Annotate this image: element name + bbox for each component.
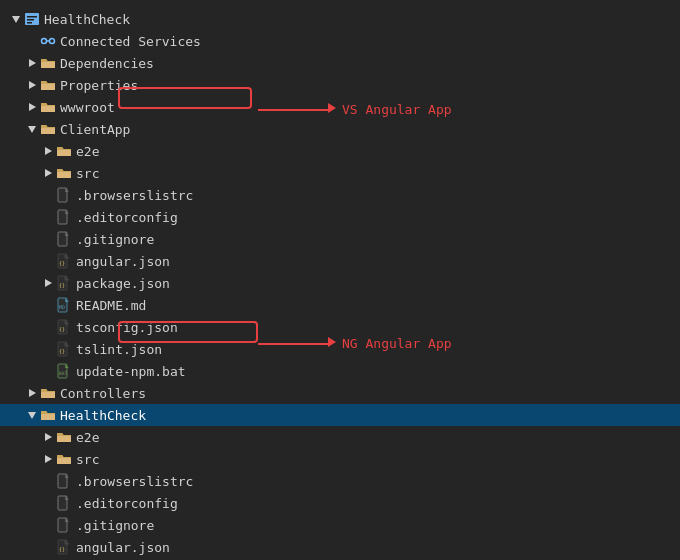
tree-item-14[interactable]: MDREADME.md — [0, 294, 680, 316]
folder-icon — [56, 451, 72, 467]
expand-icon[interactable] — [40, 209, 56, 225]
expand-icon[interactable] — [24, 121, 40, 137]
tree-item-4[interactable]: Properties — [0, 74, 680, 96]
svg-point-5 — [50, 39, 55, 44]
tree-item-9[interactable]: .browserslistrc — [0, 184, 680, 206]
dotfile-icon — [56, 209, 72, 225]
item-label: wwwroot — [60, 100, 672, 115]
item-label: .editorconfig — [76, 210, 672, 225]
folder-icon — [40, 407, 56, 423]
svg-point-4 — [42, 39, 47, 44]
expand-icon[interactable] — [40, 363, 56, 379]
item-label: src — [76, 452, 672, 467]
expand-icon[interactable] — [40, 187, 56, 203]
item-label: .gitignore — [76, 232, 672, 247]
expand-icon[interactable] — [40, 473, 56, 489]
tree-item-17[interactable]: BATupdate-npm.bat — [0, 360, 680, 382]
tree-item-21[interactable]: src — [0, 448, 680, 470]
tree-item-16[interactable]: {}tslint.json — [0, 338, 680, 360]
tree-item-18[interactable]: Controllers — [0, 382, 680, 404]
item-label: .gitignore — [76, 518, 672, 533]
tree-item-1[interactable]: HealthCheck — [0, 8, 680, 30]
expand-icon[interactable] — [24, 77, 40, 93]
tree-item-2[interactable]: Connected Services — [0, 30, 680, 52]
expand-icon[interactable] — [24, 385, 40, 401]
tree-item-3[interactable]: Dependencies — [0, 52, 680, 74]
tree-item-10[interactable]: .editorconfig — [0, 206, 680, 228]
expand-icon[interactable] — [40, 253, 56, 269]
expand-icon[interactable] — [40, 451, 56, 467]
svg-text:MD: MD — [59, 304, 65, 310]
item-label: package.json — [76, 276, 672, 291]
item-label: .editorconfig — [76, 496, 672, 511]
tree-item-15[interactable]: {}tsconfig.json — [0, 316, 680, 338]
folder-icon — [56, 143, 72, 159]
dotfile-icon — [56, 187, 72, 203]
svg-rect-3 — [27, 22, 32, 24]
expand-icon[interactable] — [40, 429, 56, 445]
svg-text:{}: {} — [59, 282, 65, 288]
dotfile-icon — [56, 473, 72, 489]
connected-icon — [40, 33, 56, 49]
tree-item-19[interactable]: HealthCheck — [0, 404, 680, 426]
tree-container: HealthCheckConnected ServicesDependencie… — [0, 0, 680, 560]
expand-icon[interactable] — [24, 407, 40, 423]
item-label: ClientApp — [60, 122, 672, 137]
tree-item-12[interactable]: {}angular.json — [0, 250, 680, 272]
expand-icon[interactable] — [24, 55, 40, 71]
svg-text:{}: {} — [59, 326, 65, 332]
item-label: README.md — [76, 298, 672, 313]
expand-icon[interactable] — [40, 341, 56, 357]
expand-icon[interactable] — [40, 275, 56, 291]
item-label: tslint.json — [76, 342, 672, 357]
md-icon: MD — [56, 297, 72, 313]
tree-item-7[interactable]: e2e — [0, 140, 680, 162]
expand-icon[interactable] — [40, 539, 56, 555]
tree-item-24[interactable]: .gitignore — [0, 514, 680, 536]
tree-item-6[interactable]: ClientApp — [0, 118, 680, 140]
item-label: .browserslistrc — [76, 188, 672, 203]
item-label: angular.json — [76, 254, 672, 269]
expand-icon[interactable] — [24, 33, 40, 49]
dotfile-icon — [56, 517, 72, 533]
tree-item-20[interactable]: e2e — [0, 426, 680, 448]
folder-icon — [56, 429, 72, 445]
folder-icon — [56, 165, 72, 181]
tree-item-8[interactable]: src — [0, 162, 680, 184]
tree-item-11[interactable]: .gitignore — [0, 228, 680, 250]
svg-text:{}: {} — [59, 546, 65, 552]
expand-icon[interactable] — [40, 143, 56, 159]
json-icon: {} — [56, 341, 72, 357]
json-icon: {} — [56, 275, 72, 291]
tree-item-25[interactable]: {}angular.json — [0, 536, 680, 558]
tree-item-23[interactable]: .editorconfig — [0, 492, 680, 514]
tree-item-22[interactable]: .browserslistrc — [0, 470, 680, 492]
dotfile-icon — [56, 495, 72, 511]
item-label: e2e — [76, 430, 672, 445]
expand-icon[interactable] — [24, 99, 40, 115]
expand-icon[interactable] — [40, 297, 56, 313]
item-label: HealthCheck — [44, 12, 672, 27]
bat-icon: BAT — [56, 363, 72, 379]
svg-rect-1 — [27, 16, 37, 18]
tree-item-13[interactable]: {}package.json — [0, 272, 680, 294]
expand-icon[interactable] — [8, 11, 24, 27]
item-label: Properties — [60, 78, 672, 93]
expand-icon[interactable] — [40, 495, 56, 511]
svg-text:{}: {} — [59, 348, 65, 354]
item-label: Dependencies — [60, 56, 672, 71]
expand-icon[interactable] — [40, 165, 56, 181]
item-label: src — [76, 166, 672, 181]
expand-icon[interactable] — [40, 319, 56, 335]
folder-icon — [40, 99, 56, 115]
json-icon: {} — [56, 319, 72, 335]
item-label: HealthCheck — [60, 408, 672, 423]
folder-icon — [40, 385, 56, 401]
svg-text:{}: {} — [59, 260, 65, 266]
item-label: .browserslistrc — [76, 474, 672, 489]
expand-icon[interactable] — [40, 517, 56, 533]
tree-item-5[interactable]: wwwroot — [0, 96, 680, 118]
item-label: Connected Services — [60, 34, 672, 49]
expand-icon[interactable] — [40, 231, 56, 247]
item-label: e2e — [76, 144, 672, 159]
